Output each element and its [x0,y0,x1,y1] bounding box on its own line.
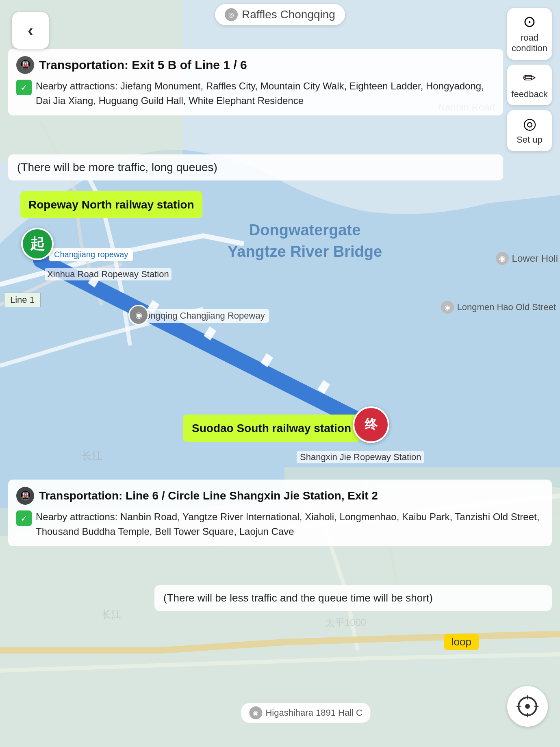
higashihara-pin: ◉ [249,706,262,719]
loop-label: loop [444,634,479,650]
end-station-label: Suodao South railway station [183,415,360,442]
dongwatergate-label: DongwatergateYangtze River Bridge [228,219,382,263]
ropeway-marker-label: Chongqing Changjiang Ropeway [130,309,269,323]
longmen-text: Longmen Hao Old Street [457,302,556,313]
metro-icon-top: 🚇 [16,56,34,74]
metro-icon-bottom: 🚇 [16,487,34,505]
shangxin-text: Shangxin Jie Ropeway Station [300,452,421,462]
longmen-label: ◉ Longmen Hao Old Street [441,301,556,314]
transport-title-bottom: 🚇 Transportation: Line 6 / Circle Line S… [16,487,544,505]
xinhua-text: Xinhua Road Ropeway Station [47,269,169,279]
transport-title-text-top: Transportation: Exit 5 B of Line 1 / 6 [39,58,247,72]
check-icon-top: ✓ [16,80,32,95]
lower-holi-label: ◉ Lower Holi [496,252,558,265]
start-pin-char: 起 [30,234,45,254]
back-button[interactable]: ‹ [12,12,49,49]
higashihara-text: Higashihara 1891 Hall C [265,708,362,718]
traffic-warning-top: (There will be more traffic, long queues… [8,154,503,180]
traffic-note-bottom: (There will be less traffic and the queu… [154,585,552,611]
transport-info-bottom: 🚇 Transportation: Line 6 / Circle Line S… [8,480,552,546]
loop-text: loop [451,636,471,648]
lower-holi-pin: ◉ [496,252,509,265]
setup-icon: ◎ [523,116,536,131]
longmen-pin: ◉ [441,301,454,314]
end-station-text: Suodao South railway station [192,422,351,434]
xinhua-label: Xinhua Road Ropeway Station [45,268,171,280]
feedback-icon: ✏ [523,70,536,86]
locate-icon [517,695,538,717]
ropeway-tag: Changjiang ropeway [49,248,133,261]
start-station-label: Ropeway North railway station [20,191,202,218]
traffic-warning-text: (There will be more traffic, long queues… [17,161,217,174]
locate-button[interactable] [507,686,548,727]
road-condition-button[interactable]: ⊙ road condition [507,8,552,60]
svg-text:长江: 长江 [102,609,121,620]
shangxin-label: Shangxin Jie Ropeway Station [297,451,424,463]
feedback-button[interactable]: ✏ feedback [507,65,552,105]
location-pin-icon: ◎ [225,8,238,21]
nearby-text-bottom: Nearby attractions: Nanbin Road, Yangtze… [36,510,544,539]
svg-text:长江: 长江 [81,450,102,462]
line1-label: Line 1 [4,293,41,307]
check-icon-bottom: ✓ [16,510,32,526]
ropeway-marker-text: Chongqing Changjiang Ropeway [134,311,265,321]
start-pin-icon: 起 [21,228,54,260]
ropeway-circle-marker: ◉ [128,305,149,325]
end-pin-icon: 终 [353,406,389,443]
start-pin: 起 [21,228,54,260]
nearby-text-top: Nearby attractions: Jiefang Monument, Ra… [36,79,495,108]
road-condition-icon: ⊙ [523,14,536,29]
right-panel: ⊙ road condition ✏ feedback ◎ Set up [507,8,552,151]
location-label: ◎ Raffles Chongqing [215,4,345,25]
nearby-attractions-top: ✓ Nearby attractions: Jiefang Monument, … [16,79,495,108]
transport-info-top: 🚇 Transportation: Exit 5 B of Line 1 / 6… [8,49,503,115]
end-pin-char: 终 [365,416,378,434]
transport-title-text-bottom: Transportation: Line 6 / Circle Line Sha… [39,489,378,502]
higashihara-label: ◉ Higashihara 1891 Hall C [241,703,370,723]
line1-text: Line 1 [10,295,35,305]
traffic-note-text: (There will be less traffic and the queu… [163,592,433,604]
start-station-text: Ropeway North railway station [28,198,194,211]
svg-text:太平1000: 太平1000 [325,617,366,628]
setup-button[interactable]: ◎ Set up [507,110,552,151]
setup-label: Set up [517,135,543,145]
end-pin: 终 [353,406,389,443]
nearby-attractions-bottom: ✓ Nearby attractions: Nanbin Road, Yangt… [16,510,544,539]
lower-holi-text: Lower Holi [512,253,558,264]
road-condition-label: road condition [511,33,548,54]
feedback-label: feedback [511,89,547,100]
location-name: Raffles Chongqing [242,8,335,21]
ropeway-tag-text: Changjiang ropeway [54,250,128,259]
svg-point-13 [525,704,530,709]
transport-title-top: 🚇 Transportation: Exit 5 B of Line 1 / 6 [16,56,495,74]
